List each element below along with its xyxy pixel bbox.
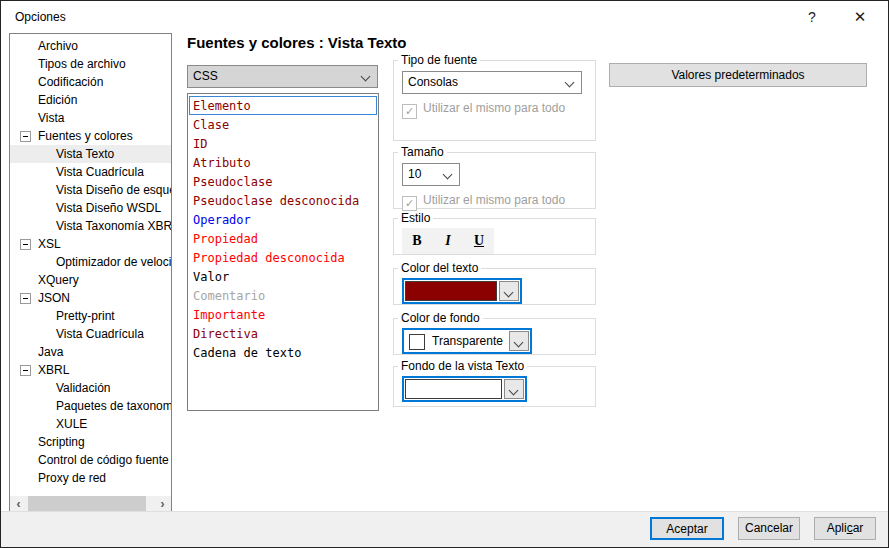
tree-rows: Archivo Tipos de archivo Codificación Ed… bbox=[10, 37, 171, 496]
style-item-propiedad[interactable]: Propiedad bbox=[189, 229, 377, 248]
size-dropdown[interactable]: 10 bbox=[402, 163, 460, 186]
text-color-legend: Color del texto bbox=[398, 261, 481, 275]
style-item-pseudoclase-desconocida[interactable]: Pseudoclase desconocida bbox=[189, 191, 377, 210]
style-item-cadena-de-texto[interactable]: Cadena de texto bbox=[189, 343, 377, 362]
dialog-footer: Aceptar Cancelar Aplicar bbox=[1, 511, 888, 547]
style-item-importante[interactable]: Importante bbox=[189, 305, 377, 324]
tree-item-pretty-print[interactable]: Pretty-print bbox=[10, 307, 171, 325]
textview-background-dropdown-button[interactable] bbox=[504, 379, 524, 399]
tree-item-xsl[interactable]: XSL bbox=[10, 235, 171, 253]
apply-label-part: Apli bbox=[827, 521, 847, 535]
chevron-down-icon bbox=[443, 170, 453, 180]
tree-item-json[interactable]: JSON bbox=[10, 289, 171, 307]
style-legend: Estilo bbox=[398, 211, 433, 225]
font-type-legend: Tipo de fuente bbox=[398, 53, 480, 67]
style-item-propiedad-desconocida[interactable]: Propiedad desconocida bbox=[189, 248, 377, 267]
tree-item-vista-cuadr-cula[interactable]: Vista Cuadrícula bbox=[10, 163, 171, 181]
background-color-dropdown[interactable]: Transparente bbox=[402, 328, 532, 354]
chevron-down-icon bbox=[504, 288, 514, 298]
page-title: Fuentes y colores : Vista Texto bbox=[187, 34, 407, 51]
style-item-valor[interactable]: Valor bbox=[189, 267, 377, 286]
bold-button[interactable]: B bbox=[402, 228, 432, 254]
category-dropdown-value: CSS bbox=[193, 69, 218, 83]
tree-item-vista[interactable]: Vista bbox=[10, 109, 171, 127]
size-same-for-all-checkbox[interactable]: ✓Utilizar el mismo para todo bbox=[402, 193, 565, 209]
text-color-dropdown[interactable] bbox=[402, 278, 522, 304]
checkbox-check-icon: ✓ bbox=[402, 104, 417, 119]
textview-background-dropdown[interactable] bbox=[402, 376, 527, 402]
tree-item-validaci-n[interactable]: Validación bbox=[10, 379, 171, 397]
style-item-elemento[interactable]: Elemento bbox=[189, 96, 377, 115]
tree-item-codificaci-n[interactable]: Codificación bbox=[10, 73, 171, 91]
category-dropdown[interactable]: CSS bbox=[187, 65, 378, 88]
size-group: Tamaño 10 ✓Utilizar el mismo para todo bbox=[393, 145, 596, 209]
close-icon[interactable]: ✕ bbox=[840, 1, 880, 33]
tree-item-edici-n[interactable]: Edición bbox=[10, 91, 171, 109]
style-item-operador[interactable]: Operador bbox=[189, 210, 377, 229]
apply-label-part: ar bbox=[853, 521, 864, 535]
title-bar: Opciones ? ✕ bbox=[1, 1, 888, 33]
tree-item-fuentes-y-colores[interactable]: Fuentes y colores bbox=[10, 127, 171, 145]
tree-item-tipos-de-archivo[interactable]: Tipos de archivo bbox=[10, 55, 171, 73]
chevron-down-icon bbox=[509, 386, 519, 396]
style-item-pseudoclase[interactable]: Pseudoclase bbox=[189, 172, 377, 191]
font-family-value: Consolas bbox=[408, 75, 458, 89]
text-color-swatch bbox=[405, 281, 497, 301]
collapse-icon[interactable] bbox=[20, 293, 31, 304]
textview-background-legend: Fondo de la vista Texto bbox=[398, 359, 527, 373]
tree-item-archivo[interactable]: Archivo bbox=[10, 37, 171, 55]
font-same-for-all-checkbox[interactable]: ✓Utilizar el mismo para todo bbox=[402, 101, 565, 117]
background-color-value: Transparente bbox=[432, 330, 503, 352]
tree-item-vista-texto[interactable]: Vista Texto bbox=[10, 145, 171, 163]
size-same-for-all-label: Utilizar el mismo para todo bbox=[423, 193, 565, 207]
font-family-dropdown[interactable]: Consolas bbox=[402, 71, 582, 94]
apply-button[interactable]: Aplicar bbox=[814, 517, 876, 540]
tree-item-xquery[interactable]: XQuery bbox=[10, 271, 171, 289]
italic-button[interactable]: I bbox=[433, 228, 463, 254]
cancel-button[interactable]: Cancelar bbox=[738, 517, 800, 540]
category-tree: Archivo Tipos de archivo Codificación Ed… bbox=[9, 33, 172, 514]
tree-item-vista-dise-o-de-esquem[interactable]: Vista Diseño de esquem bbox=[10, 181, 171, 199]
chevron-down-icon bbox=[361, 72, 371, 82]
underline-button[interactable]: U bbox=[464, 228, 494, 254]
collapse-icon[interactable] bbox=[20, 131, 31, 142]
style-item-comentario[interactable]: Comentario bbox=[189, 286, 377, 305]
help-icon[interactable]: ? bbox=[792, 1, 832, 33]
style-item-directiva[interactable]: Directiva bbox=[189, 324, 377, 343]
font-same-for-all-label: Utilizar el mismo para todo bbox=[423, 101, 565, 115]
tree-item-control-de-c-digo-fuente[interactable]: Control de código fuente bbox=[10, 451, 171, 469]
tree-item-optimizador-de-velocic[interactable]: Optimizador de velocic bbox=[10, 253, 171, 271]
tree-item-scripting[interactable]: Scripting bbox=[10, 433, 171, 451]
tree-item-proxy-de-red[interactable]: Proxy de red bbox=[10, 469, 171, 487]
accept-button[interactable]: Aceptar bbox=[650, 517, 724, 540]
text-color-group: Color del texto bbox=[393, 261, 596, 305]
background-color-dropdown-button[interactable] bbox=[509, 331, 529, 351]
tree-item-vista-taxonom-a-xbrl[interactable]: Vista Taxonomía XBRL bbox=[10, 217, 171, 235]
background-color-legend: Color de fondo bbox=[398, 311, 483, 325]
collapse-icon[interactable] bbox=[20, 365, 31, 376]
text-color-dropdown-button[interactable] bbox=[499, 281, 519, 301]
tree-item-java[interactable]: Java bbox=[10, 343, 171, 361]
tree-item-paquetes-de-taxonom-a[interactable]: Paquetes de taxonomía bbox=[10, 397, 171, 415]
textview-background-swatch bbox=[405, 379, 502, 399]
textview-background-group: Fondo de la vista Texto bbox=[393, 359, 596, 407]
style-toolbar: B I U bbox=[402, 228, 494, 254]
window-title: Opciones bbox=[15, 1, 66, 33]
style-group: Estilo B I U bbox=[393, 211, 596, 255]
tree-item-vista-cuadr-cula[interactable]: Vista Cuadrícula bbox=[10, 325, 171, 343]
background-color-swatch bbox=[409, 334, 425, 350]
tree-item-xbrl[interactable]: XBRL bbox=[10, 361, 171, 379]
collapse-icon[interactable] bbox=[20, 239, 31, 250]
chevron-down-icon bbox=[565, 78, 575, 88]
style-element-list: ElementoClaseIDAtributoPseudoclasePseudo… bbox=[187, 93, 379, 411]
size-legend: Tamaño bbox=[398, 145, 447, 159]
tree-item-xule[interactable]: XULE bbox=[10, 415, 171, 433]
background-color-group: Color de fondo Transparente bbox=[393, 311, 596, 355]
style-item-clase[interactable]: Clase bbox=[189, 115, 377, 134]
tree-item-vista-dise-o-wsdl[interactable]: Vista Diseño WSDL bbox=[10, 199, 171, 217]
defaults-button[interactable]: Valores predeterminados bbox=[609, 63, 867, 87]
checkbox-check-icon: ✓ bbox=[402, 196, 417, 211]
style-item-atributo[interactable]: Atributo bbox=[189, 153, 377, 172]
options-dialog: Opciones ? ✕ Archivo Tipos de archivo Co… bbox=[0, 0, 889, 548]
style-item-id[interactable]: ID bbox=[189, 134, 377, 153]
